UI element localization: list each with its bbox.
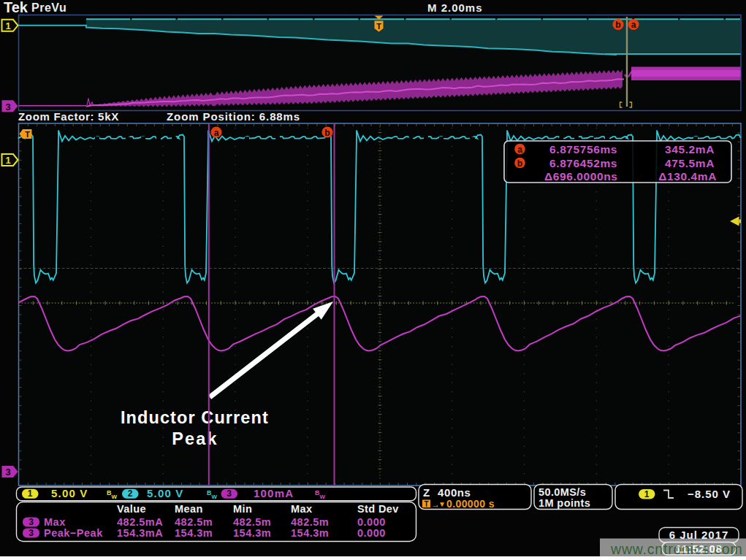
svg-text:▼: ▼ [438, 500, 446, 508]
svg-text:5.00 V: 5.00 V [51, 487, 88, 499]
svg-text:3: 3 [28, 517, 34, 527]
svg-text:Inductor Current: Inductor Current [121, 408, 269, 427]
svg-text:Zoom Factor: 5kX: Zoom Factor: 5kX [18, 110, 119, 123]
svg-text:Peak−Peak: Peak−Peak [44, 527, 103, 539]
svg-text:100mA: 100mA [254, 487, 294, 499]
svg-text:Value: Value [117, 503, 146, 515]
svg-text:T: T [25, 130, 30, 139]
svg-text:Peak: Peak [172, 429, 218, 448]
svg-text:482.5m: 482.5m [291, 516, 329, 528]
svg-text:475.5mA: 475.5mA [665, 157, 715, 169]
svg-text:Zoom Position: 6.88ms: Zoom Position: 6.88ms [167, 110, 300, 123]
svg-text:154.3m: 154.3m [175, 527, 213, 539]
svg-text:b: b [324, 128, 330, 138]
svg-text:3: 3 [5, 467, 10, 477]
svg-text:1: 1 [5, 20, 10, 31]
svg-text:482.5mA: 482.5mA [117, 516, 163, 528]
svg-text:Z: Z [423, 486, 430, 499]
svg-text:2: 2 [128, 488, 133, 499]
svg-text:0.000: 0.000 [357, 516, 386, 528]
svg-text:6.876452ms: 6.876452ms [549, 157, 617, 169]
svg-text:11:52:08: 11:52:08 [675, 542, 722, 555]
svg-text:a: a [631, 20, 636, 30]
svg-text:M 2.00ms: M 2.00ms [427, 1, 483, 14]
svg-text:Std Dev: Std Dev [357, 503, 399, 515]
svg-text:5.00 V: 5.00 V [147, 487, 184, 499]
svg-text:W: W [212, 494, 218, 500]
svg-text:Max: Max [291, 503, 312, 515]
svg-text:a: a [214, 128, 219, 138]
svg-text:1: 1 [28, 488, 33, 499]
svg-text:345.2mA: 345.2mA [665, 143, 715, 156]
svg-text:W: W [320, 494, 326, 500]
svg-text:400ns: 400ns [438, 486, 471, 499]
svg-text:T: T [376, 22, 381, 31]
svg-text:0.000: 0.000 [357, 527, 386, 539]
svg-text:3: 3 [5, 101, 10, 112]
svg-text:1M points: 1M points [538, 497, 590, 509]
svg-text:PreVu: PreVu [31, 1, 66, 14]
svg-text:b: b [517, 158, 522, 169]
svg-text:482.5m: 482.5m [233, 516, 271, 528]
svg-text:−8.50 V: −8.50 V [688, 488, 731, 500]
svg-text:3: 3 [28, 528, 34, 538]
svg-text:Δ130.4mA: Δ130.4mA [658, 170, 717, 183]
svg-text:154.3mA: 154.3mA [117, 527, 163, 539]
svg-text:Mean: Mean [175, 503, 203, 515]
svg-text:Min: Min [233, 503, 252, 515]
svg-text:1: 1 [5, 155, 10, 166]
svg-text:a: a [517, 145, 522, 155]
svg-text:1: 1 [644, 489, 650, 499]
svg-text:3: 3 [227, 488, 232, 499]
svg-text:154.3m: 154.3m [233, 527, 271, 539]
svg-text:W: W [112, 494, 118, 500]
svg-text:T: T [424, 500, 428, 508]
svg-text:482.5m: 482.5m [175, 516, 213, 528]
svg-text:Tek: Tek [4, 0, 28, 15]
svg-text:154.3m: 154.3m [291, 527, 329, 539]
svg-text:Max: Max [44, 516, 66, 528]
svg-text:0.00000 s: 0.00000 s [446, 498, 495, 510]
svg-text:b: b [615, 20, 620, 30]
svg-text:Δ696.0000ns: Δ696.0000ns [544, 170, 617, 183]
svg-text:6.875756ms: 6.875756ms [549, 143, 617, 156]
svg-text:50.0MS/s: 50.0MS/s [538, 486, 586, 498]
